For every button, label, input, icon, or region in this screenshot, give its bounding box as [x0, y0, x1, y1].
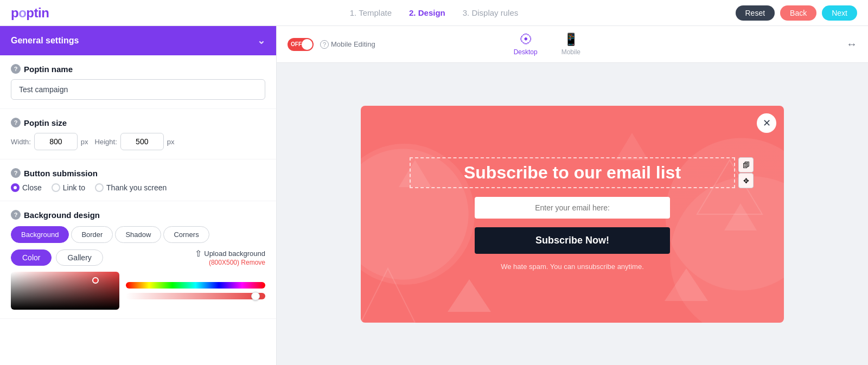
device-tabs: 🖸 Desktop 📱 Mobile — [509, 30, 585, 58]
svg-marker-3 — [665, 268, 708, 301]
color-picker-area — [11, 272, 265, 310]
gallery-button[interactable]: Gallery — [56, 249, 103, 266]
svg-marker-6 — [616, 133, 648, 160]
popup-subscribe-button[interactable]: Subscribe Now! — [475, 227, 670, 254]
popup-title: Subscribe to our email list — [417, 163, 727, 183]
right-panel: OFF ? Mobile Editing 🖸 Desktop 📱 Mobile … — [277, 26, 868, 365]
width-label: Width: — [11, 138, 31, 146]
radio-dot-thank-you — [95, 183, 104, 192]
radio-dot-link — [52, 183, 60, 192]
logo: poptin — [11, 5, 49, 21]
button-submission-section: ? Button submission Close Link to Thank … — [0, 159, 276, 201]
opacity-slider[interactable] — [126, 293, 265, 299]
tab-shadow[interactable]: Shadow — [115, 226, 161, 243]
desktop-label: Desktop — [514, 48, 538, 56]
mobile-editing-toggle[interactable]: OFF — [288, 38, 314, 51]
rainbow-slider[interactable] — [126, 282, 265, 289]
next-button[interactable]: Next — [822, 5, 857, 21]
radio-link[interactable]: Link to — [52, 183, 85, 192]
help-icon-size: ? — [11, 118, 21, 127]
chevron-down-icon: ⌄ — [257, 35, 265, 47]
width-group: Width: px — [11, 133, 88, 150]
tab-border[interactable]: Border — [71, 226, 113, 243]
help-icon: ? — [11, 64, 21, 74]
mobile-tab[interactable]: 📱 Mobile — [557, 30, 585, 58]
poptin-size-section: ? Poptin size Width: px Height: px — [0, 109, 276, 159]
bg-tabs: Background Border Shadow Corners — [11, 226, 265, 243]
radio-thank-you[interactable]: Thank you screen — [95, 183, 167, 192]
poptin-name-section: ? Poptin name — [0, 55, 276, 109]
popup-title-wrapper[interactable]: Subscribe to our email list 🗐 ✥ — [410, 157, 735, 188]
height-label: Height: — [95, 138, 117, 146]
width-px: px — [81, 138, 88, 146]
steps: 1. Template 2. Design 3. Display rules — [350, 8, 519, 17]
help-icon-mobile: ? — [320, 40, 329, 49]
popup-container: ✕ Subscribe to our email list 🗐 ✥ Subscr… — [361, 106, 784, 323]
help-icon-submission: ? — [11, 168, 21, 178]
height-group: Height: px — [95, 133, 175, 150]
tab-background[interactable]: Background — [11, 226, 69, 243]
panel-header-label: General settings — [11, 36, 79, 46]
toggle-knob — [302, 39, 312, 50]
height-px: px — [167, 138, 175, 146]
svg-point-1 — [670, 176, 784, 323]
mobile-icon: 📱 — [564, 33, 578, 47]
popup-disclaimer: We hate spam. You can unsubscribe anytim… — [501, 262, 644, 271]
radio-group: Close Link to Thank you screen — [11, 183, 265, 192]
size-row: Width: px Height: px — [11, 133, 265, 150]
height-input[interactable] — [120, 133, 164, 150]
upload-sub: (800X500) Remove — [209, 259, 265, 266]
svg-marker-2 — [448, 279, 491, 312]
poptin-name-input[interactable] — [11, 79, 265, 100]
step-template[interactable]: 1. Template — [350, 8, 392, 17]
popup-email-input[interactable] — [475, 197, 670, 219]
expand-button[interactable]: ↔ — [846, 38, 857, 50]
top-nav: poptin 1. Template 2. Design 3. Display … — [0, 0, 868, 26]
desktop-tab[interactable]: 🖸 Desktop — [509, 30, 542, 58]
back-button[interactable]: Back — [780, 5, 816, 21]
color-sliders — [126, 272, 265, 310]
background-design-section: ? Background design Background Border Sh… — [0, 201, 276, 319]
preview-toolbar: OFF ? Mobile Editing 🖸 Desktop 📱 Mobile … — [277, 26, 868, 63]
toggle-text: OFF — [291, 41, 302, 47]
reset-button[interactable]: Reset — [736, 5, 775, 21]
button-submission-title: ? Button submission — [11, 168, 265, 178]
step-display-rules[interactable]: 3. Display rules — [463, 8, 519, 17]
tab-corners[interactable]: Corners — [163, 226, 209, 243]
preview-area: ✕ Subscribe to our email list 🗐 ✥ Subscr… — [277, 63, 868, 365]
toggle-track[interactable]: OFF — [288, 38, 314, 51]
color-gradient[interactable] — [11, 272, 119, 310]
poptin-name-title: ? Poptin name — [11, 64, 265, 74]
resize-icon[interactable]: ✥ — [738, 173, 754, 188]
nav-actions: Reset Back Next — [736, 5, 858, 21]
svg-marker-4 — [724, 203, 757, 230]
mobile-label: Mobile — [561, 48, 580, 56]
panel-header[interactable]: General settings ⌄ — [0, 26, 276, 55]
help-icon-bg: ? — [11, 210, 21, 220]
copy-icon[interactable]: 🗐 — [738, 157, 754, 172]
radio-dot-close — [11, 183, 20, 192]
upload-bg-area: ⇧ Upload background (800X500) Remove — [195, 248, 265, 266]
color-button[interactable]: Color — [11, 249, 52, 266]
desktop-icon: 🖸 — [520, 33, 532, 47]
opacity-slider-thumb — [251, 292, 260, 300]
popup-close-button[interactable]: ✕ — [757, 113, 776, 133]
poptin-size-title: ? Poptin size — [11, 118, 265, 127]
upload-label[interactable]: ⇧ Upload background — [195, 248, 265, 259]
left-panel: General settings ⌄ ? Poptin name ? Popti… — [0, 26, 277, 365]
main-layout: General settings ⌄ ? Poptin name ? Popti… — [0, 26, 868, 365]
background-design-title: ? Background design — [11, 210, 265, 220]
step-design[interactable]: 2. Design — [409, 8, 445, 17]
color-picker-dot[interactable] — [92, 277, 99, 284]
svg-marker-8 — [361, 268, 415, 323]
color-gallery-row: Color Gallery ⇧ Upload background (800X5… — [11, 248, 265, 266]
gradient-overlay — [11, 272, 119, 310]
radio-close[interactable]: Close — [11, 183, 42, 192]
width-input[interactable] — [34, 133, 78, 150]
mobile-editing-label: ? Mobile Editing — [320, 40, 375, 49]
